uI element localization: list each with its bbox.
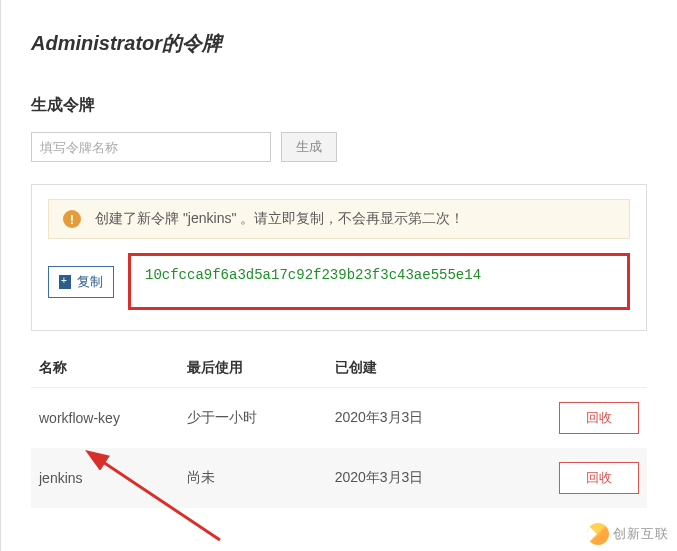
- recycle-button[interactable]: 回收: [559, 462, 639, 494]
- page-title-prefix: Administrator: [31, 32, 162, 54]
- watermark-text: 创新互联: [613, 525, 669, 543]
- cell-last-used: 尚未: [179, 448, 327, 508]
- col-header-created: 已创建: [327, 349, 512, 388]
- generate-section-title: 生成令牌: [31, 95, 647, 116]
- tokens-table: 名称 最后使用 已创建 workflow-key 少于一小时 2020年3月3日…: [31, 349, 647, 508]
- col-header-action: [511, 349, 647, 388]
- table-row: workflow-key 少于一小时 2020年3月3日 回收: [31, 388, 647, 449]
- recycle-button[interactable]: 回收: [559, 402, 639, 434]
- token-value-row: 复制 10cfcca9f6a3d5a17c92f239b23f3c43ae555…: [48, 253, 630, 310]
- copy-button-label: 复制: [77, 273, 103, 291]
- token-highlight-box: 10cfcca9f6a3d5a17c92f239b23f3c43ae555e14: [128, 253, 630, 310]
- page-title: Administrator的令牌: [31, 30, 647, 57]
- page-title-suffix: 的令牌: [162, 32, 222, 54]
- warning-icon: !: [63, 210, 81, 228]
- cell-created: 2020年3月3日: [327, 448, 512, 508]
- token-name-input[interactable]: [31, 132, 271, 162]
- token-created-alert: ! 创建了新令牌 "jenkins" 。请立即复制，不会再显示第二次！: [48, 199, 630, 239]
- copy-icon: [59, 275, 71, 289]
- token-value[interactable]: 10cfcca9f6a3d5a17c92f239b23f3c43ae555e14: [145, 267, 481, 283]
- col-header-name: 名称: [31, 349, 179, 388]
- col-header-last-used: 最后使用: [179, 349, 327, 388]
- cell-last-used: 少于一小时: [179, 388, 327, 449]
- watermark: 创新互联: [587, 523, 669, 545]
- alert-message: 创建了新令牌 "jenkins" 。请立即复制，不会再显示第二次！: [95, 210, 464, 228]
- generate-token-row: 生成: [31, 132, 647, 162]
- watermark-icon: [587, 523, 609, 545]
- generate-button[interactable]: 生成: [281, 132, 337, 162]
- cell-name: jenkins: [31, 448, 179, 508]
- cell-name: workflow-key: [31, 388, 179, 449]
- cell-created: 2020年3月3日: [327, 388, 512, 449]
- copy-button[interactable]: 复制: [48, 266, 114, 298]
- token-panel: ! 创建了新令牌 "jenkins" 。请立即复制，不会再显示第二次！ 复制 1…: [31, 184, 647, 331]
- table-row: jenkins 尚未 2020年3月3日 回收: [31, 448, 647, 508]
